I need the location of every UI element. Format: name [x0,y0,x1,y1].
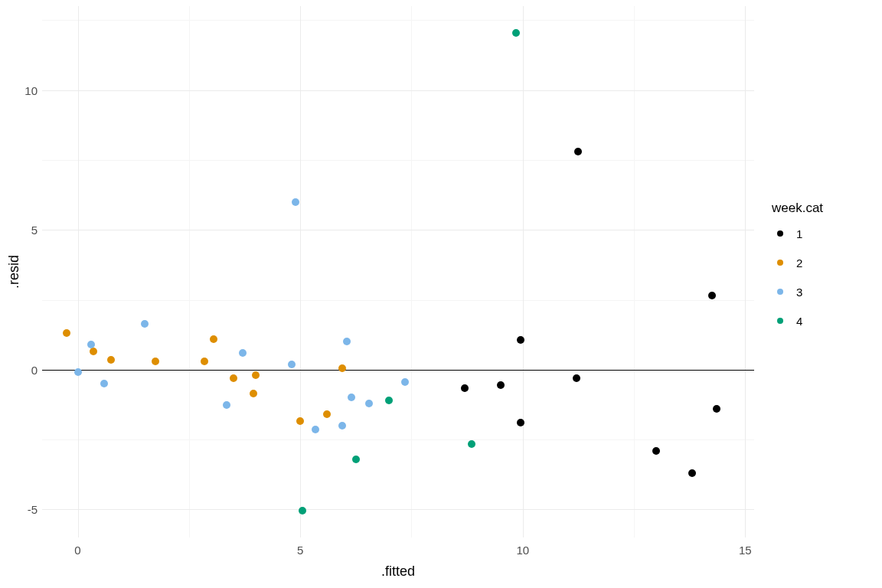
zero-reference-line [42,370,754,371]
data-point [497,381,505,389]
legend-key [772,312,789,329]
legend-title: week.cat [772,201,823,216]
grid-minor-v [634,6,635,537]
data-point [223,401,230,409]
grid-minor-h [42,300,754,301]
grid-minor-h [42,160,754,161]
legend-item: 4 [772,311,823,331]
legend-dot-icon [777,318,783,324]
legend-dot-icon [777,260,783,266]
data-point [461,384,469,392]
x-tick-label: 0 [74,544,80,557]
legend-key [772,283,789,300]
scatter-chart: .resid .fitted week.cat 1234 051015-5051… [0,0,882,588]
data-point [352,456,360,463]
data-point [468,440,475,448]
grid-minor-v [411,6,412,537]
data-point [343,338,351,345]
plot-panel [42,6,756,539]
y-tick-label: -5 [19,503,38,516]
data-point [652,447,660,455]
grid-major-h [42,509,754,510]
legend-label: 3 [796,286,802,299]
data-point [201,358,208,365]
legend-item: 1 [772,224,823,243]
grid-minor-h [42,20,754,21]
data-point [100,380,108,387]
grid-major-v [78,6,79,537]
data-point [239,349,247,357]
x-tick-label: 5 [297,544,303,557]
data-point [63,329,70,337]
data-point [230,374,237,382]
legend-label: 4 [796,315,802,328]
data-point [385,397,393,404]
legend-key [772,254,789,271]
data-point [713,405,720,413]
legend-dot-icon [777,289,783,295]
data-point [141,320,149,328]
data-point [87,341,95,348]
data-point [517,419,524,426]
legend-item: 3 [772,282,823,302]
x-tick-label: 10 [516,544,529,557]
data-point [288,361,296,368]
y-tick-label: 10 [19,83,38,96]
x-axis-title: .fitted [381,564,415,580]
data-point [210,335,217,343]
data-point [312,426,319,433]
data-point [250,390,257,397]
data-point [299,507,306,514]
data-point [688,469,696,477]
data-point [292,198,299,206]
data-point [338,364,346,372]
legend-label: 1 [796,227,802,240]
grid-major-v [300,6,301,537]
y-axis-title: .resid [6,255,22,289]
grid-major-h [42,90,754,91]
x-tick-label: 15 [739,544,752,557]
data-point [348,394,355,401]
data-point [365,400,373,407]
data-point [338,422,346,430]
data-point [708,292,716,299]
legend-item: 2 [772,253,823,273]
y-tick-label: 0 [19,363,38,376]
grid-minor-v [189,6,190,537]
data-point [152,358,159,365]
data-point [573,374,580,382]
legend-dot-icon [777,230,783,237]
grid-major-h [42,230,754,230]
data-point [323,410,331,418]
data-point [401,378,409,386]
grid-major-v [523,6,524,537]
legend-label: 2 [796,256,802,270]
data-point [107,356,115,364]
data-point [252,371,260,379]
data-point [517,336,524,344]
data-point [296,417,304,425]
data-point [74,368,82,376]
legend-key [772,225,789,242]
grid-major-v [745,6,746,537]
legend: week.cat 1234 [772,201,823,340]
data-point [512,29,520,37]
data-point [574,148,582,155]
data-point [90,348,97,355]
y-tick-label: 5 [19,224,38,237]
grid-minor-h [42,439,754,440]
